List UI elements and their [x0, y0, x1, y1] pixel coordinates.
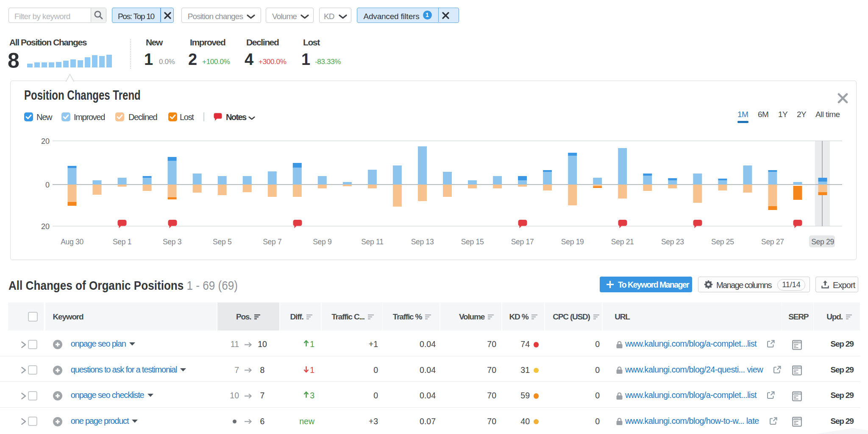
svg-text:Sep 5: Sep 5 [213, 238, 231, 246]
svg-text:Sep 21: Sep 21 [611, 238, 634, 246]
svg-text:Sep 11: Sep 11 [361, 238, 383, 246]
svg-text:Sep 9: Sep 9 [313, 238, 331, 246]
svg-text:Sep 29: Sep 29 [811, 238, 834, 246]
svg-text:Sep 7: Sep 7 [263, 238, 281, 246]
svg-text:Sep 25: Sep 25 [711, 238, 734, 246]
svg-text:20: 20 [41, 222, 50, 231]
svg-text:Sep 19: Sep 19 [561, 238, 584, 246]
svg-text:Sep 23: Sep 23 [661, 238, 684, 246]
svg-text:20: 20 [41, 137, 50, 146]
svg-text:Sep 15: Sep 15 [461, 238, 484, 246]
svg-text:Sep 13: Sep 13 [411, 238, 434, 246]
svg-text:Sep 3: Sep 3 [163, 238, 181, 246]
svg-text:Aug 30: Aug 30 [61, 238, 83, 246]
svg-text:Sep 1: Sep 1 [113, 238, 131, 246]
svg-text:Sep 27: Sep 27 [761, 238, 784, 246]
svg-text:0: 0 [45, 181, 50, 189]
svg-text:Sep 17: Sep 17 [511, 238, 534, 246]
